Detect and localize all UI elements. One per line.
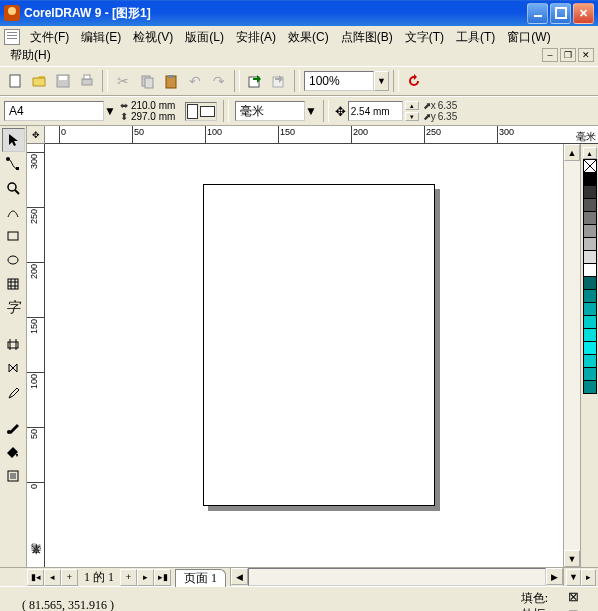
ellipse-tool[interactable]: [2, 248, 25, 272]
color-swatch[interactable]: [583, 237, 597, 251]
zoom-combo[interactable]: ▼: [304, 71, 389, 91]
scroll-up-button[interactable]: ▲: [564, 144, 580, 161]
page-size-input[interactable]: [4, 101, 104, 121]
copy-button[interactable]: [136, 70, 158, 92]
prev-page-button[interactable]: ◂: [44, 569, 61, 586]
add-page-after-button[interactable]: +: [120, 569, 137, 586]
hscroll-track[interactable]: [248, 568, 546, 586]
scroll-right-button[interactable]: ▶: [546, 568, 563, 585]
refresh-button[interactable]: [403, 70, 425, 92]
open-button[interactable]: [28, 70, 50, 92]
orientation-toggle[interactable]: [185, 102, 217, 121]
page-size-combo[interactable]: ▼: [4, 101, 116, 121]
color-swatch[interactable]: [583, 341, 597, 355]
color-swatch[interactable]: [583, 302, 597, 316]
text-tool[interactable]: 字: [2, 296, 25, 320]
color-swatch[interactable]: [583, 263, 597, 277]
interactive-mesh-tool[interactable]: [2, 464, 25, 488]
add-page-before-button[interactable]: +: [61, 569, 78, 586]
color-swatch[interactable]: [583, 315, 597, 329]
menu-arrange[interactable]: 安排(A): [230, 28, 282, 46]
color-swatch[interactable]: [583, 172, 597, 186]
menu-tools[interactable]: 工具(T): [450, 28, 501, 46]
cut-button[interactable]: ✂: [112, 70, 134, 92]
horizontal-ruler[interactable]: 毫米 050100150200250300: [45, 126, 598, 144]
color-swatch[interactable]: [583, 211, 597, 225]
color-swatch[interactable]: [583, 185, 597, 199]
scroll-down-button[interactable]: ▼: [564, 550, 580, 567]
units-combo[interactable]: ▼: [235, 101, 317, 121]
mdi-close[interactable]: ✕: [578, 48, 594, 62]
color-swatch[interactable]: [583, 289, 597, 303]
nudge-down[interactable]: ▾: [405, 112, 419, 121]
close-button[interactable]: [573, 3, 594, 24]
menu-window[interactable]: 窗口(W): [501, 28, 556, 46]
color-swatch[interactable]: [583, 328, 597, 342]
first-page-button[interactable]: ▮◂: [27, 569, 44, 586]
zoom-input[interactable]: [304, 71, 374, 91]
pick-tool[interactable]: [2, 128, 25, 152]
drawing-canvas[interactable]: [45, 144, 563, 567]
new-button[interactable]: [4, 70, 26, 92]
rectangle-tool[interactable]: [2, 224, 25, 248]
color-swatch[interactable]: [583, 198, 597, 212]
fill-tool[interactable]: [2, 440, 25, 464]
color-swatch[interactable]: [583, 250, 597, 264]
nudge-input[interactable]: [348, 101, 403, 121]
interactive-fill-tool[interactable]: [2, 332, 25, 356]
palette-down[interactable]: ▼: [566, 569, 581, 586]
mdi-minimize[interactable]: –: [542, 48, 558, 62]
page-tab-1[interactable]: 页面 1: [175, 569, 226, 587]
portrait-button[interactable]: [187, 104, 198, 119]
nudge-up[interactable]: ▴: [405, 101, 419, 110]
maximize-button[interactable]: [550, 3, 571, 24]
eyedropper-tool[interactable]: [2, 380, 25, 404]
menu-layout[interactable]: 版面(L): [179, 28, 230, 46]
color-swatch[interactable]: [583, 276, 597, 290]
units-dropdown[interactable]: ▼: [305, 104, 317, 118]
vscroll-track[interactable]: [564, 161, 580, 550]
minimize-button[interactable]: [527, 3, 548, 24]
menu-effects[interactable]: 效果(C): [282, 28, 335, 46]
polygon-tool[interactable]: [2, 272, 25, 296]
landscape-button[interactable]: [200, 106, 215, 117]
vertical-scrollbar[interactable]: ▲ ▼: [563, 144, 580, 567]
color-swatch[interactable]: [583, 354, 597, 368]
page-width-input[interactable]: [131, 101, 181, 111]
zoom-dropdown[interactable]: ▼: [374, 71, 389, 91]
horizontal-scrollbar[interactable]: ◀ ▶: [231, 568, 563, 586]
zoom-tool[interactable]: [2, 176, 25, 200]
color-swatch[interactable]: [583, 380, 597, 394]
color-swatch[interactable]: [583, 367, 597, 381]
color-swatch[interactable]: [583, 224, 597, 238]
interactive-blend-tool[interactable]: [2, 356, 25, 380]
page-height-input[interactable]: [131, 112, 181, 122]
units-input[interactable]: [235, 101, 305, 121]
menu-edit[interactable]: 编辑(E): [75, 28, 127, 46]
vertical-ruler[interactable]: 毫米 300250200150100500: [27, 144, 45, 567]
menu-bitmap[interactable]: 点阵图(B): [335, 28, 399, 46]
paste-button[interactable]: [160, 70, 182, 92]
print-button[interactable]: [76, 70, 98, 92]
swatch-none[interactable]: [583, 159, 597, 173]
mdi-restore[interactable]: ❐: [560, 48, 576, 62]
next-page-button[interactable]: ▸: [137, 569, 154, 586]
redo-button[interactable]: ↷: [208, 70, 230, 92]
menu-help[interactable]: 帮助(H): [4, 46, 57, 64]
shape-tool[interactable]: [2, 152, 25, 176]
ruler-origin[interactable]: ✥: [27, 126, 45, 144]
scroll-left-button[interactable]: ◀: [231, 568, 248, 585]
undo-button[interactable]: ↶: [184, 70, 206, 92]
save-button[interactable]: [52, 70, 74, 92]
export-button[interactable]: [268, 70, 290, 92]
freehand-tool[interactable]: [2, 200, 25, 224]
drawing-page[interactable]: [203, 184, 435, 506]
menu-view[interactable]: 检视(V): [127, 28, 179, 46]
palette-flyout[interactable]: ▸: [581, 569, 596, 586]
outline-tool[interactable]: [2, 416, 25, 440]
page-size-dropdown[interactable]: ▼: [104, 104, 116, 118]
menu-file[interactable]: 文件(F): [24, 28, 75, 46]
last-page-button[interactable]: ▸▮: [154, 569, 171, 586]
import-button[interactable]: [244, 70, 266, 92]
menu-text[interactable]: 文字(T): [399, 28, 450, 46]
